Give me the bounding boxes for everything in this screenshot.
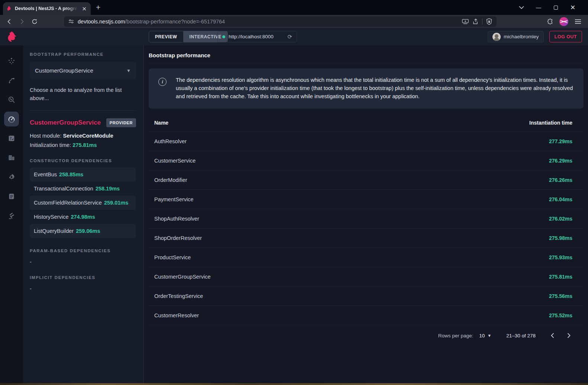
table-row[interactable]: AuthResolver 277.29ms [149, 132, 584, 151]
browser-window: Devtools | NestJS - A progressive ✕ + — … [0, 0, 588, 385]
pagination-range: 21–30 of 278 [506, 333, 536, 339]
desktop-wallpaper-edge [0, 383, 588, 385]
browser-tab[interactable]: Devtools | NestJS - A progressive ✕ [3, 2, 91, 15]
browser-toolbar: devtools.nestjs.com/bootstrap-performanc… [0, 15, 588, 28]
performance-table: Name Instantiation time AuthResolver 277… [149, 114, 584, 346]
table-row[interactable]: CustomerResolver 275.52ms [149, 306, 584, 325]
column-header-time: Instantiation time [529, 120, 572, 126]
host-module-line: Host module: ServiceCoreModule [30, 133, 136, 139]
dependency-item[interactable]: ListQueryBuilder 259.06ms [30, 224, 136, 238]
implicit-deps-title: IMPLICIT DEPENDENCIES [30, 275, 136, 280]
table-row[interactable]: CustomerGroupService 275.81ms [149, 267, 584, 286]
icon-sidebar [0, 45, 23, 383]
extensions-icon[interactable] [547, 18, 553, 25]
table-row[interactable]: OrderModifier 276.26ms [149, 170, 584, 190]
table-row[interactable]: PaymentService 276.04ms [149, 190, 584, 209]
logout-button[interactable]: LOG OUT [549, 31, 582, 42]
close-button[interactable]: ✕ [564, 0, 581, 15]
dependency-item[interactable]: TransactionalConnection 258.19ms [30, 182, 136, 196]
node-select[interactable]: CustomerGroupService ▼ [30, 62, 136, 79]
chevron-down-icon: ▼ [487, 333, 491, 338]
info-box: i The dependencies resolution algorithm … [149, 68, 584, 109]
mode-switch: PREVIEW INTERACTIVE [149, 31, 228, 42]
nestjs-logo[interactable] [0, 28, 23, 45]
forward-button[interactable] [17, 17, 27, 26]
dependency-item[interactable]: HistoryService 274.98ms [30, 210, 136, 224]
node-select-hint: Choose a node to analyze from the list a… [30, 86, 136, 102]
maximize-button[interactable] [547, 0, 564, 15]
rows-per-page-select[interactable]: 10 ▼ [479, 333, 491, 339]
param-deps-empty: - [30, 259, 136, 265]
browser-profile-avatar[interactable] [559, 17, 568, 26]
dependency-item[interactable]: EventBus 258.85ms [30, 167, 136, 182]
settings-gear-icon[interactable] [4, 170, 19, 185]
table-row[interactable]: CustomerService 276.29ms [149, 151, 584, 170]
page-title: Bootstrap performance [149, 52, 584, 63]
modules-icon[interactable] [4, 150, 19, 165]
inspect-icon[interactable] [4, 92, 19, 107]
reload-button[interactable] [30, 17, 39, 26]
next-page-button[interactable] [565, 332, 572, 339]
panel-section-title: BOOTSTRAP PERFORMANCE [30, 52, 136, 57]
table-body: AuthResolver 277.29ms CustomerService 27… [149, 132, 584, 325]
divider [482, 19, 482, 25]
minimize-button[interactable]: — [530, 0, 547, 15]
constructor-deps-list: EventBus 258.85ms TransactionalConnectio… [30, 167, 136, 238]
user-chip[interactable]: michaelbromley [488, 31, 544, 42]
info-text: The dependencies resolution algorithm is… [176, 76, 575, 100]
column-header-name: Name [154, 120, 529, 126]
table-header: Name Instantiation time [149, 114, 584, 132]
devtools-app: PREVIEW INTERACTIVE http://localhost:800… [0, 28, 588, 383]
back-button[interactable] [4, 17, 14, 26]
table-row[interactable]: ProductService 275.93ms [149, 248, 584, 267]
tab-search-icon[interactable] [513, 0, 530, 15]
provider-badge: PROVIDER [106, 118, 136, 127]
nestjs-favicon [6, 6, 12, 12]
new-tab-button[interactable]: + [96, 3, 100, 12]
selected-node-name: CustomerGroupService [30, 119, 101, 126]
target-url-box[interactable]: http://localhost:8000 ⟳ [217, 31, 297, 42]
divider [30, 110, 136, 111]
url-text: devtools.nestjs.com/bootstrap-performanc… [78, 19, 225, 25]
refresh-icon[interactable]: ⟳ [287, 33, 292, 40]
header-right: michaelbromley LOG OUT [488, 31, 582, 42]
main-content: Bootstrap performance i The dependencies… [144, 45, 588, 383]
graph-icon[interactable] [4, 54, 19, 68]
site-settings-icon[interactable] [68, 19, 74, 24]
menu-icon[interactable] [575, 19, 581, 24]
implicit-deps-empty: - [30, 286, 136, 292]
app-header: PREVIEW INTERACTIVE http://localhost:800… [0, 28, 588, 45]
browser-tab-bar: Devtools | NestJS - A progressive ✕ + — … [0, 0, 588, 15]
dependency-item[interactable]: CustomFieldRelationService 259.01ms [30, 196, 136, 210]
table-row[interactable]: ShopAuthResolver 276.02ms [149, 209, 584, 228]
checklist-icon[interactable] [4, 131, 19, 146]
user-avatar [492, 33, 501, 41]
pagination: Rows per page: 10 ▼ 21–30 of 278 [149, 325, 584, 346]
constructor-deps-title: CONSTRUCTOR DEPENDENCIES [30, 158, 136, 163]
param-deps-title: PARAM-BASED DEPENDENCIES [30, 248, 136, 253]
gavel-icon[interactable] [4, 208, 19, 223]
send-to-device-icon[interactable] [462, 19, 469, 24]
window-controls: — ✕ [513, 0, 588, 15]
brave-shield-icon[interactable] [486, 18, 492, 25]
performance-gauge-icon[interactable] [4, 112, 19, 126]
table-row[interactable]: OrderTestingService 275.56ms [149, 286, 584, 306]
flow-icon[interactable] [4, 73, 19, 88]
toolbar-right [547, 17, 584, 26]
tab-title: Devtools | NestJS - A progressive [15, 6, 78, 11]
info-icon: i [158, 78, 167, 86]
preview-tab[interactable]: PREVIEW [149, 31, 184, 42]
init-time-line: Initialization time: 275.81ms [30, 142, 136, 148]
node-select-value: CustomerGroupService [35, 67, 93, 74]
analysis-panel: BOOTSTRAP PERFORMANCE CustomerGroupServi… [23, 45, 144, 383]
document-icon[interactable] [4, 189, 19, 204]
connection-status-dot [222, 35, 225, 38]
address-bar[interactable]: devtools.nestjs.com/bootstrap-performanc… [64, 16, 497, 27]
table-row[interactable]: ShopOrderResolver 275.98ms [149, 228, 584, 248]
tab-close-icon[interactable]: ✕ [81, 6, 88, 12]
username: michaelbromley [504, 34, 539, 39]
share-icon[interactable] [472, 19, 478, 25]
target-url: http://localhost:8000 [229, 34, 284, 39]
previous-page-button[interactable] [549, 332, 556, 339]
chevron-down-icon: ▼ [126, 68, 131, 73]
